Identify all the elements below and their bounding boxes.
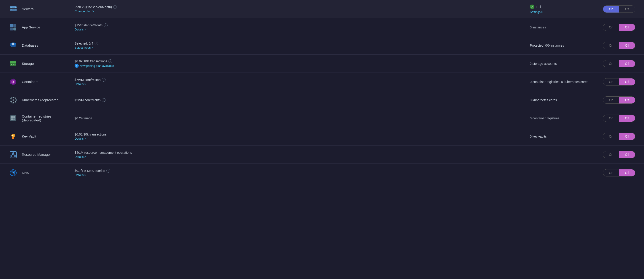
pricing-link-key-vault[interactable]: Details > <box>74 137 522 140</box>
info-icon-containers[interactable]: i <box>102 78 106 82</box>
toggle-on-key-vault[interactable]: On <box>603 133 619 140</box>
toggle-on-container-registries[interactable]: On <box>603 115 619 122</box>
services-list: ServersPlan 2 ($15/Server/Month)iChange … <box>0 0 644 182</box>
toggle-group-resource-manager: OnOff <box>603 151 635 158</box>
toggle-group-key-vault: OnOff <box>603 133 635 140</box>
toggle-off-storage[interactable]: Off <box>619 60 635 67</box>
toggle-col-containers: OnOff <box>599 78 638 86</box>
check-icon: ✓ <box>530 4 534 9</box>
svg-line-41 <box>11 154 13 155</box>
svg-rect-8 <box>10 28 13 30</box>
pricing-link-databases[interactable]: Select types > <box>74 46 522 49</box>
toggle-on-dns[interactable]: On <box>603 170 619 176</box>
info-icon-dns[interactable]: i <box>106 169 110 172</box>
pricing-link-dns[interactable]: Details > <box>74 173 522 177</box>
svg-rect-6 <box>10 24 13 27</box>
service-pricing-databases: Selected: 0/4iSelect types > <box>70 42 526 49</box>
pricing-main-containers: $7/VM core/Monthi <box>74 78 522 82</box>
pricing-link-containers[interactable]: Details > <box>74 82 522 86</box>
service-row-servers: ServersPlan 2 ($15/Server/Month)iChange … <box>0 0 644 18</box>
databases-icon: DB <box>6 41 20 50</box>
pricing-main-dns: $0.7/1M DNS queriesi <box>74 169 522 172</box>
pricing-link-resource-manager[interactable]: Details > <box>74 155 522 158</box>
toggle-off-servers[interactable]: Off <box>619 6 635 12</box>
toggle-col-servers: OnOff <box>599 6 638 13</box>
info-icon-servers[interactable]: i <box>113 5 117 9</box>
service-row-databases: DB DatabasesSelected: 0/4iSelect types >… <box>0 36 644 54</box>
containers-icon: C <box>6 77 20 87</box>
pricing-link-storage[interactable]: ↑New pricing plan available <box>74 64 522 68</box>
toggle-off-key-vault[interactable]: Off <box>619 133 635 140</box>
toggle-group-app-service: OnOff <box>603 24 635 31</box>
svg-rect-13 <box>10 62 16 63</box>
svg-point-39 <box>10 155 12 157</box>
status-badge-wrap-servers: ✓FullSettings > <box>530 4 595 14</box>
pricing-link-app-service[interactable]: Details > <box>74 28 522 31</box>
toggle-off-databases[interactable]: Off <box>619 42 635 49</box>
toggle-group-kubernetes: OnOff <box>603 96 635 104</box>
toggle-on-servers[interactable]: On <box>603 6 619 12</box>
service-name-storage: Storage <box>20 62 70 66</box>
info-icon-storage[interactable]: i <box>108 59 112 63</box>
info-icon-databases[interactable]: i <box>94 42 98 45</box>
toggle-col-storage: OnOff <box>599 60 638 67</box>
toggle-off-app-service[interactable]: Off <box>619 24 635 31</box>
svg-point-38 <box>12 152 14 154</box>
service-status-containers: 0 container registries; 0 kubernetes cor… <box>526 80 599 84</box>
service-row-container-registries: Container registries (deprecated)$0.29/I… <box>0 109 644 127</box>
service-pricing-kubernetes: $2/VM core/Monthi <box>70 98 526 102</box>
service-status-container-registries: 0 container registries <box>526 116 599 120</box>
toggle-group-dns: OnOff <box>603 169 635 176</box>
service-pricing-resource-manager: $4/1M resource management operationsDeta… <box>70 151 526 158</box>
toggle-col-databases: OnOff <box>599 42 638 49</box>
toggle-on-kubernetes[interactable]: On <box>603 97 619 104</box>
svg-rect-32 <box>14 118 15 120</box>
pricing-link-servers[interactable]: Change plan > <box>74 10 522 13</box>
toggle-on-app-service[interactable]: On <box>603 24 619 31</box>
service-status-storage: 2 storage accounts <box>526 62 599 66</box>
service-row-app-service: App Service$15/Instance/MonthiDetails >0… <box>0 18 644 36</box>
pricing-main-key-vault: $0.02/10k transactions <box>74 132 522 136</box>
info-icon-kubernetes[interactable]: i <box>102 98 106 102</box>
svg-point-26 <box>11 98 12 99</box>
dns-icon <box>6 168 20 178</box>
svg-rect-34 <box>12 137 14 139</box>
upgrade-icon: ↑ <box>74 64 79 68</box>
service-row-dns: DNS$0.7/1M DNS queriesiDetails >OnOff <box>0 164 644 182</box>
svg-rect-29 <box>11 116 13 118</box>
toggle-off-container-registries[interactable]: Off <box>619 115 635 122</box>
svg-rect-30 <box>14 116 15 118</box>
svg-rect-7 <box>14 24 16 27</box>
settings-link-servers[interactable]: Settings > <box>530 10 543 14</box>
toggle-col-key-vault: OnOff <box>599 133 638 140</box>
service-status-key-vault: 0 key vaults <box>526 134 599 138</box>
toggle-group-databases: OnOff <box>603 42 635 49</box>
toggle-group-container-registries: OnOff <box>603 114 635 122</box>
pricing-main-databases: Selected: 0/4i <box>74 42 522 45</box>
pricing-main-kubernetes: $2/VM core/Monthi <box>74 98 522 102</box>
container-registries-icon <box>6 114 20 123</box>
service-status-kubernetes: 0 kubernetes cores <box>526 98 599 102</box>
info-icon-app-service[interactable]: i <box>104 24 108 27</box>
service-status-app-service: 0 instances <box>526 26 599 29</box>
service-name-containers: Containers <box>20 80 70 84</box>
service-row-kubernetes: Kubernetes (deprecated)$2/VM core/Monthi… <box>0 91 644 109</box>
toggle-off-containers[interactable]: Off <box>619 78 635 85</box>
toggle-on-databases[interactable]: On <box>603 42 619 49</box>
toggle-off-kubernetes[interactable]: Off <box>619 97 635 104</box>
svg-point-14 <box>11 64 12 65</box>
toggle-on-resource-manager[interactable]: On <box>603 151 619 158</box>
pricing-main-container-registries: $0.29/Image <box>74 116 522 120</box>
svg-point-22 <box>15 98 16 99</box>
toggle-on-storage[interactable]: On <box>603 60 619 67</box>
toggle-col-app-service: OnOff <box>599 24 638 31</box>
svg-line-42 <box>13 154 15 155</box>
svg-point-36 <box>13 135 14 136</box>
toggle-on-containers[interactable]: On <box>603 78 619 85</box>
toggle-off-resource-manager[interactable]: Off <box>619 151 635 158</box>
app-service-icon <box>6 22 20 32</box>
toggle-col-resource-manager: OnOff <box>599 151 638 158</box>
toggle-off-dns[interactable]: Off <box>619 170 635 176</box>
service-status-databases: Protected: 0/0 instances <box>526 44 599 47</box>
service-pricing-key-vault: $0.02/10k transactionsDetails > <box>70 132 526 140</box>
